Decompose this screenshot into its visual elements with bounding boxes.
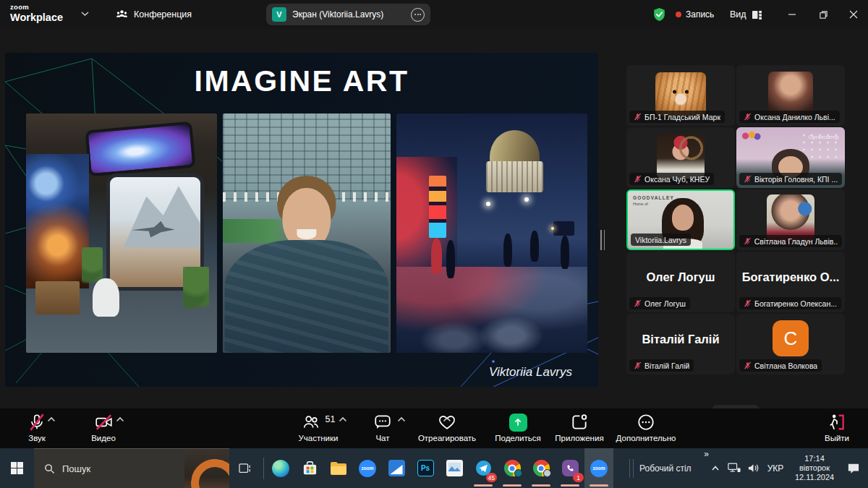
participant-tile[interactable]: Оксана Данилко Льві...	[736, 65, 845, 126]
participant-name-label: Богатиренко Олексан...	[739, 297, 841, 309]
mic-muted-icon	[744, 237, 752, 245]
logo-line-zoom: zoom	[10, 4, 63, 11]
taskbar-app-zoom[interactable]: zoom	[353, 448, 382, 488]
organizer-badge: Організатор	[809, 134, 839, 140]
taskbar-app-chrome-profile1[interactable]	[498, 448, 527, 488]
participant-tile[interactable]: Організатор Вікторія Головня, КПІ ...	[736, 127, 845, 188]
chevron-up-icon[interactable]	[398, 416, 405, 422]
participant-tile[interactable]: Олег Логуш Олег Логуш	[626, 252, 735, 312]
network-icon[interactable]	[725, 448, 744, 488]
participant-tile[interactable]: Богатиренко О... Богатиренко Олексан...	[736, 252, 845, 312]
participant-gallery: БП-1 Гладський Марк Оксана Данилко Льві.…	[626, 65, 845, 374]
screen-share-avatar: V	[272, 7, 286, 22]
taskbar-app-viber[interactable]: 1	[556, 448, 584, 488]
mic-muted-icon	[634, 175, 642, 183]
taskbar-app-edge[interactable]	[266, 448, 295, 488]
logo-line-workplace: Workplace	[10, 12, 63, 23]
search-icon	[44, 463, 55, 474]
participants-button[interactable]: 51 Участники	[286, 412, 350, 447]
participant-tile-active-speaker[interactable]: GOODVALLEY Home of Viktoriia.Lavrys	[626, 189, 735, 250]
toolbar-grip[interactable]	[629, 459, 634, 478]
meeting-toolbar: Звук Видео 51 Участники	[0, 408, 868, 448]
leave-meeting-button[interactable]: Выйти	[817, 412, 856, 447]
tab-conference[interactable]: Конференция	[109, 0, 199, 29]
minimize-button[interactable]	[778, 0, 807, 29]
mic-muted-icon	[27, 413, 46, 432]
reactions-button[interactable]: Отреагировать	[409, 412, 485, 447]
chevron-up-icon[interactable]	[339, 416, 346, 422]
chat-button[interactable]: Чат	[365, 412, 401, 447]
taskbar-app-scanner[interactable]	[382, 448, 411, 488]
keyboard-language[interactable]: УКР	[762, 463, 788, 474]
clock-time: 17:14	[788, 454, 841, 463]
taskbar-app-store[interactable]	[295, 448, 324, 488]
volume-icon[interactable]	[744, 448, 762, 488]
participant-tile[interactable]: C Світлана Волкова	[736, 314, 845, 374]
view-button[interactable]: Вид	[726, 0, 767, 29]
chevron-up-icon[interactable]	[48, 416, 55, 422]
toolbar-overflow-chevron[interactable]: »	[704, 449, 709, 459]
mic-muted-icon	[744, 361, 752, 369]
recording-label: Запись	[686, 9, 714, 20]
task-view-button[interactable]	[229, 448, 261, 488]
taskbar-search-input[interactable]: Пошук	[34, 448, 229, 488]
taskbar-app-chrome-profile2[interactable]	[527, 448, 556, 488]
search-placeholder: Пошук	[62, 463, 90, 474]
taskbar-app-photoshop[interactable]: Ps	[411, 448, 440, 488]
video-button[interactable]: Видео	[78, 412, 129, 447]
clock-date: 12.11.2024	[788, 473, 841, 482]
screen-tab-label: Экран (Viktoriia.Lavrys)	[292, 9, 405, 20]
participant-tile[interactable]: Віталій Галій Віталій Галій	[626, 314, 735, 374]
search-highlight-image[interactable]	[184, 449, 229, 488]
chevron-up-icon[interactable]	[116, 416, 124, 422]
taskbar-app-paint[interactable]	[440, 448, 469, 488]
system-tray: Робочий стіл » УКР 17:14 вівторок 12.11.…	[624, 448, 868, 488]
notification-center-button[interactable]	[841, 448, 867, 488]
scanner-app-icon	[388, 460, 405, 476]
chrome-icon	[533, 460, 550, 476]
participant-name-label: Світлана Волкова	[739, 359, 822, 372]
share-screen-icon	[509, 414, 527, 432]
chevron-up-icon[interactable]	[443, 416, 451, 422]
share-screen-button[interactable]: Поделиться	[492, 412, 544, 447]
participants-icon	[302, 413, 320, 432]
viber-badge: 1	[573, 473, 584, 482]
participant-name-label: Вікторія Головня, КПІ ...	[739, 173, 842, 185]
mic-muted-icon	[634, 113, 642, 121]
start-button[interactable]	[0, 448, 34, 488]
mic-muted-icon	[744, 113, 752, 121]
participant-tile[interactable]: Світлана Гладун Львів...	[736, 189, 845, 250]
tab-shared-screen[interactable]: V Экран (Viktoriia.Lavrys)	[266, 4, 430, 25]
workspace-chevron-down-icon[interactable]	[81, 11, 89, 17]
panel-resize-handle[interactable]	[600, 230, 605, 250]
taskbar-app-telegram[interactable]: 45	[469, 448, 498, 488]
chrome-profile-badge	[514, 469, 522, 477]
chat-icon	[373, 413, 392, 432]
security-shield-icon[interactable]	[652, 7, 666, 22]
apps-button[interactable]: Приложения	[551, 412, 608, 447]
mic-muted-icon	[634, 361, 642, 369]
screen-tab-more-icon[interactable]	[411, 8, 425, 22]
participant-name-label: Оксана Данилко Льві...	[739, 111, 840, 123]
taskbar-clock[interactable]: 17:14 вівторок 12.11.2024	[788, 454, 841, 482]
mic-muted-icon	[634, 299, 642, 307]
close-button[interactable]	[839, 0, 868, 29]
taskbar-separator	[263, 458, 264, 479]
participant-tile[interactable]: Оксана Чуб, КНЕУ	[626, 127, 735, 188]
desktop-toolbar[interactable]: Робочий стіл »	[639, 448, 706, 488]
participant-video-thumbnail	[768, 72, 813, 116]
taskbar-app-zoom-active[interactable]: zoom	[584, 448, 613, 488]
audio-mute-button[interactable]: Звук	[13, 412, 61, 447]
recording-indicator[interactable]: Запись	[676, 0, 714, 29]
taskbar-app-explorer[interactable]	[324, 448, 353, 488]
participant-display-name: Богатиренко О...	[736, 270, 845, 284]
slide-image-night-city	[396, 114, 587, 353]
restore-button[interactable]	[809, 0, 838, 29]
participant-name-label: БП-1 Гладський Марк	[629, 111, 725, 123]
more-button[interactable]: Дополнительно	[610, 412, 681, 447]
chrome-icon	[504, 460, 521, 476]
people-icon	[116, 9, 128, 20]
participant-name-label: Viktoriia.Lavrys	[631, 234, 691, 246]
participant-tile[interactable]: БП-1 Гладський Марк	[626, 65, 735, 126]
exit-door-icon	[827, 413, 846, 432]
